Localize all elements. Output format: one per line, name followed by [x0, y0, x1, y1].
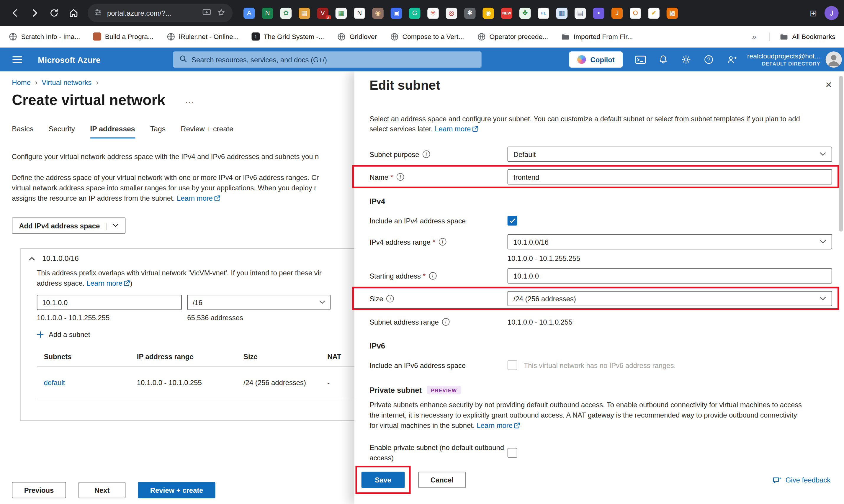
subnet-purpose-select[interactable]: Default — [507, 147, 832, 162]
extension-icon[interactable]: ▣ — [391, 7, 402, 19]
account-info[interactable]: realcloudprojects@hot... DEFAULT DIRECTO… — [747, 52, 820, 67]
extension-icon[interactable]: A — [244, 7, 255, 19]
info-icon[interactable]: i — [387, 295, 394, 303]
external-link-icon — [514, 422, 520, 429]
extension-icon[interactable]: ▤ — [575, 7, 586, 19]
install-icon[interactable] — [202, 7, 212, 19]
extension-icon[interactable]: ✳ — [427, 7, 439, 19]
extension-icon[interactable]: ◉ — [483, 7, 494, 19]
global-search-input[interactable]: Search resources, services, and docs (G+… — [173, 51, 482, 68]
info-icon[interactable]: i — [396, 173, 404, 181]
info-icon[interactable]: i — [438, 238, 446, 246]
info-icon[interactable]: i — [429, 272, 436, 280]
notifications-bell-icon[interactable] — [652, 49, 675, 70]
bookmark-item[interactable]: Imported From Fir... — [561, 32, 633, 41]
breadcrumb-virtual-networks[interactable]: Virtual networks — [42, 78, 91, 87]
extension-icon[interactable]: NEW — [501, 7, 513, 19]
extensions-puzzle-icon[interactable]: ⊞ — [810, 8, 817, 18]
extension-icon[interactable]: N — [354, 7, 365, 19]
include-ipv6-checkbox[interactable] — [507, 360, 517, 370]
bookmarks-overflow-icon[interactable]: » — [752, 32, 756, 41]
address-space-mask-select[interactable]: /16 — [187, 295, 330, 310]
extension-icon[interactable]: ▦ — [299, 7, 310, 19]
bookmark-star-icon[interactable] — [216, 7, 226, 19]
address-space-ip-input[interactable]: 10.1.0.0 — [37, 295, 182, 310]
learn-more-link[interactable]: Learn more — [177, 193, 220, 203]
extension-icon[interactable]: ✤ — [519, 7, 531, 19]
back-icon[interactable] — [5, 3, 25, 23]
extension-icon[interactable]: ▪ — [593, 7, 604, 19]
home-icon[interactable] — [64, 3, 83, 23]
url-text[interactable]: portal.azure.com/?... — [107, 9, 197, 17]
account-avatar[interactable] — [826, 51, 842, 68]
extension-icon[interactable]: ✱ — [464, 7, 475, 19]
extensions-strip: AN✿▦V4▦N◉▣G✳◎✱◉NEW✤F1▥▤▪JO✔▩ — [244, 7, 804, 19]
extension-icon[interactable]: ✔ — [648, 7, 660, 19]
extension-icon[interactable]: F1 — [538, 7, 549, 19]
extension-icon[interactable]: ◉ — [372, 7, 384, 19]
hamburger-menu-icon[interactable] — [8, 50, 27, 69]
browser-profile-avatar[interactable]: J — [825, 6, 839, 20]
address-bar[interactable]: portal.azure.com/?... — [88, 4, 233, 22]
reload-icon[interactable] — [44, 3, 64, 23]
review-create-button[interactable]: Review + create — [138, 482, 215, 498]
ipv4-range-select[interactable]: 10.1.0.0/16 — [507, 234, 832, 249]
learn-more-link[interactable]: Learn more — [435, 124, 478, 134]
size-select[interactable]: /24 (256 addresses) — [507, 291, 832, 306]
tab-ip-addresses[interactable]: IP addresses — [90, 125, 135, 138]
bookmark-item[interactable]: Operator precede... — [477, 32, 548, 41]
panel-scrollbar[interactable] — [839, 76, 843, 232]
forward-icon[interactable] — [25, 3, 44, 23]
starting-address-input[interactable]: 10.1.0.0 — [507, 268, 832, 283]
subnet-name-input[interactable]: frontend — [507, 169, 832, 184]
bookmark-item[interactable]: Gridlover — [337, 32, 377, 41]
next-button[interactable]: Next — [78, 482, 125, 498]
azure-logo-text[interactable]: Microsoft Azure — [38, 55, 100, 64]
learn-more-link[interactable]: Learn more — [477, 420, 520, 431]
extension-icon[interactable]: ▥ — [556, 7, 568, 19]
breadcrumb-home[interactable]: Home — [12, 78, 31, 87]
extension-icon[interactable]: G — [409, 7, 420, 19]
copilot-button[interactable]: Copilot — [569, 51, 623, 68]
tab-basics[interactable]: Basics — [12, 125, 33, 138]
address-space-prefix: 10.1.0.0/16 — [42, 254, 79, 262]
bookmark-label: iRuler.net - Online... — [179, 33, 239, 40]
info-icon[interactable]: i — [442, 318, 450, 326]
extension-icon[interactable]: ▦ — [336, 7, 347, 19]
ipv4-section-heading: IPv4 — [370, 197, 833, 205]
extension-icon[interactable]: N — [262, 7, 273, 19]
enable-private-subnet-checkbox[interactable] — [507, 448, 517, 458]
learn-more-link[interactable]: Learn more — [87, 278, 130, 288]
close-icon[interactable]: ✕ — [825, 80, 832, 90]
more-actions-icon[interactable]: … — [185, 95, 195, 106]
plus-icon — [37, 331, 44, 338]
help-icon[interactable]: ? — [697, 49, 720, 70]
save-button[interactable]: Save — [361, 472, 405, 488]
all-bookmarks[interactable]: All Bookmarks — [769, 32, 835, 41]
bookmark-item[interactable]: 1The Grid System -... — [252, 33, 324, 40]
bookmark-item[interactable]: Build a Progra... — [93, 33, 154, 40]
bookmark-item[interactable]: Scratch Info - Ima... — [8, 32, 80, 41]
previous-button[interactable]: Previous — [12, 482, 66, 498]
site-settings-icon[interactable] — [94, 8, 102, 18]
extension-icon[interactable]: ▩ — [667, 7, 678, 19]
extension-icon[interactable]: ✿ — [280, 7, 291, 19]
give-feedback-link[interactable]: Give feedback — [773, 476, 830, 484]
tab-security[interactable]: Security — [49, 125, 75, 138]
tab-tags[interactable]: Tags — [150, 125, 165, 138]
bookmark-item[interactable]: iRuler.net - Online... — [166, 32, 239, 41]
bookmark-item[interactable]: Compose to a Vert... — [390, 32, 464, 41]
subnet-name-link[interactable]: default — [37, 379, 137, 386]
settings-gear-icon[interactable] — [675, 49, 697, 70]
include-ipv4-checkbox[interactable] — [507, 216, 517, 226]
info-icon[interactable]: i — [422, 150, 430, 158]
feedback-icon[interactable] — [720, 49, 743, 70]
tab-review-create[interactable]: Review + create — [181, 125, 233, 138]
add-ipv4-address-space-button[interactable]: Add IPv4 address space | — [12, 217, 125, 234]
extension-icon[interactable]: V4 — [317, 7, 328, 19]
cancel-button[interactable]: Cancel — [418, 472, 466, 488]
extension-icon[interactable]: ◎ — [446, 7, 457, 19]
extension-icon[interactable]: J — [611, 7, 623, 19]
cloud-shell-icon[interactable] — [629, 49, 652, 70]
extension-icon[interactable]: O — [630, 7, 641, 19]
